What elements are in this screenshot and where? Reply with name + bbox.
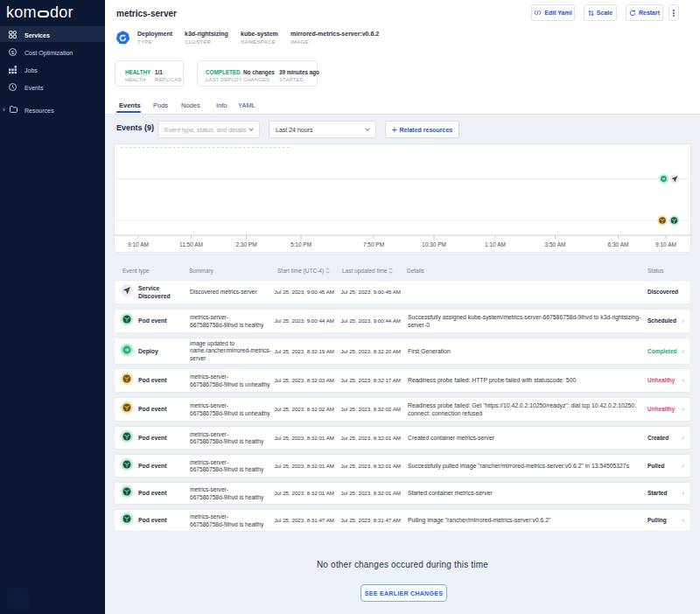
svg-text:$: $ bbox=[11, 50, 15, 55]
svg-text:10:30 PM: 10:30 PM bbox=[422, 241, 446, 248]
svg-text:7:50 PM: 7:50 PM bbox=[363, 241, 384, 248]
svg-text:1:10 AM: 1:10 AM bbox=[485, 241, 506, 248]
svg-text:9:10 AM: 9:10 AM bbox=[655, 241, 676, 248]
svg-text:3:50 AM: 3:50 AM bbox=[545, 241, 566, 248]
svg-text:5:10 PM: 5:10 PM bbox=[290, 241, 312, 248]
svg-text:6:30 AM: 6:30 AM bbox=[608, 241, 629, 248]
svg-text:2:30 PM: 2:30 PM bbox=[235, 241, 256, 248]
svg-text:9:10 AM: 9:10 AM bbox=[128, 241, 149, 248]
svg-text:11:50 AM: 11:50 AM bbox=[179, 241, 203, 248]
